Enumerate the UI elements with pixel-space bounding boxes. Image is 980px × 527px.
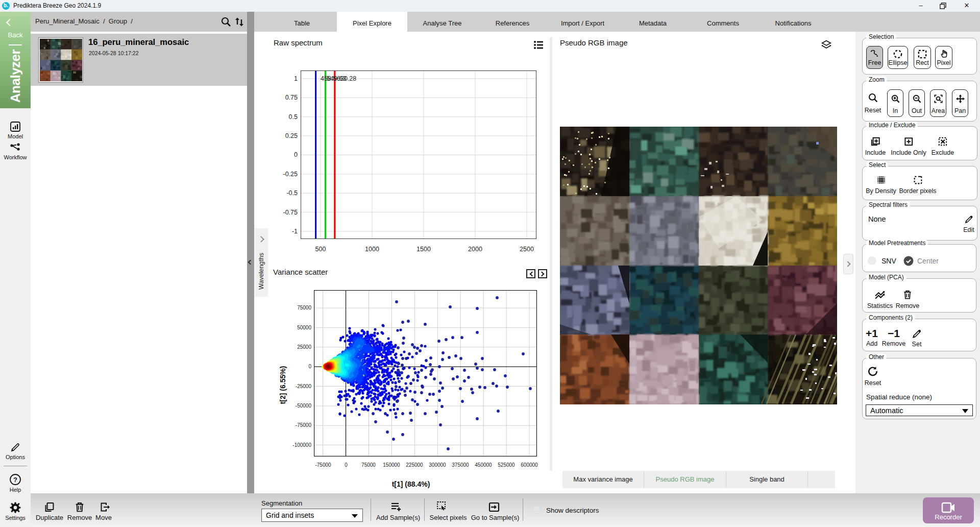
svg-text:?: ? — [13, 476, 17, 484]
